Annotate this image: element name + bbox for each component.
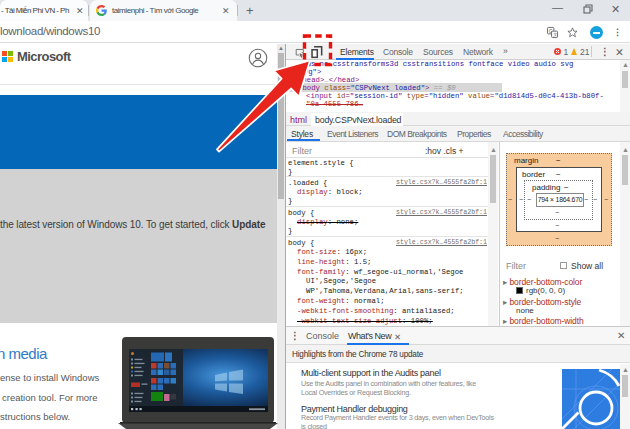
- svg-text:文: 文: [553, 32, 558, 37]
